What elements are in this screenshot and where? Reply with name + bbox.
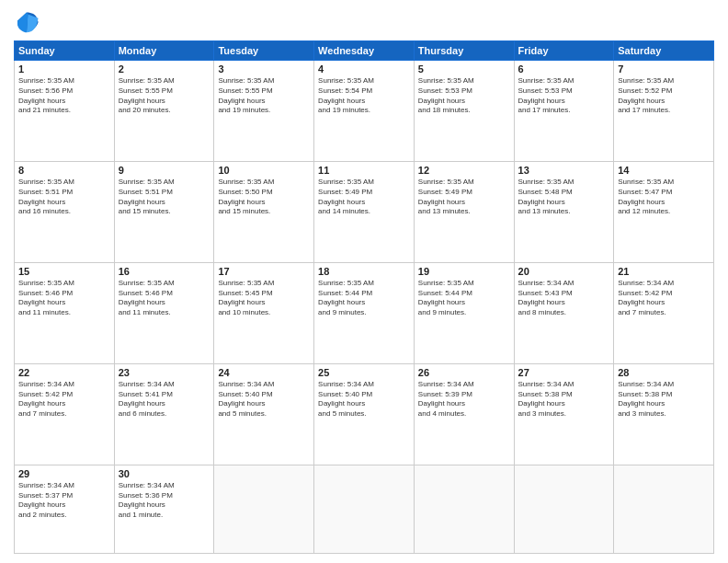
cell-content: Sunrise: 5:35 AM Sunset: 5:46 PM Dayligh… <box>18 279 110 318</box>
day-cell-3: 3 Sunrise: 5:35 AM Sunset: 5:55 PM Dayli… <box>214 61 314 162</box>
day-number: 1 <box>18 63 110 75</box>
cell-content: Sunrise: 5:35 AM Sunset: 5:44 PM Dayligh… <box>318 279 410 318</box>
cell-content: Sunrise: 5:35 AM Sunset: 5:48 PM Dayligh… <box>518 178 610 217</box>
cell-content: Sunrise: 5:35 AM Sunset: 5:54 PM Dayligh… <box>318 76 410 116</box>
day-cell-20: 20 Sunrise: 5:34 AM Sunset: 5:43 PM Dayl… <box>514 262 614 363</box>
day-cell-1: 1 Sunrise: 5:35 AM Sunset: 5:56 PM Dayli… <box>15 61 115 162</box>
day-cell-27: 27 Sunrise: 5:34 AM Sunset: 5:38 PM Dayl… <box>514 363 614 465</box>
calendar-row-1: 1 Sunrise: 5:35 AM Sunset: 5:56 PM Dayli… <box>15 61 714 162</box>
day-number: 16 <box>119 266 210 277</box>
cell-content: Sunrise: 5:34 AM Sunset: 5:36 PM Dayligh… <box>119 481 210 521</box>
day-cell-29: 29 Sunrise: 5:34 AM Sunset: 5:37 PM Dayl… <box>15 465 115 553</box>
day-cell-11: 11 Sunrise: 5:35 AM Sunset: 5:49 PM Dayl… <box>314 161 415 262</box>
cell-content: Sunrise: 5:35 AM Sunset: 5:56 PM Dayligh… <box>18 76 110 116</box>
day-number: 9 <box>119 165 210 176</box>
day-number: 6 <box>518 63 610 75</box>
day-cell-5: 5 Sunrise: 5:35 AM Sunset: 5:53 PM Dayli… <box>414 61 514 162</box>
cell-content: Sunrise: 5:34 AM Sunset: 5:37 PM Dayligh… <box>18 481 110 521</box>
cell-content: Sunrise: 5:35 AM Sunset: 5:45 PM Dayligh… <box>218 279 310 318</box>
logo-icon <box>14 9 40 35</box>
day-number: 21 <box>618 266 710 277</box>
day-cell-7: 7 Sunrise: 5:35 AM Sunset: 5:52 PM Dayli… <box>614 61 714 162</box>
day-number: 7 <box>618 63 710 75</box>
day-number: 17 <box>218 266 310 277</box>
header-sunday: Sunday <box>15 41 115 61</box>
cell-content: Sunrise: 5:35 AM Sunset: 5:51 PM Dayligh… <box>119 178 210 217</box>
day-cell-28: 28 Sunrise: 5:34 AM Sunset: 5:38 PM Dayl… <box>614 363 714 465</box>
calendar-row-3: 15 Sunrise: 5:35 AM Sunset: 5:46 PM Dayl… <box>15 262 714 363</box>
day-number: 28 <box>618 367 710 378</box>
calendar-row-4: 22 Sunrise: 5:34 AM Sunset: 5:42 PM Dayl… <box>15 363 714 465</box>
cell-content: Sunrise: 5:34 AM Sunset: 5:41 PM Dayligh… <box>119 380 210 419</box>
cell-content: Sunrise: 5:34 AM Sunset: 5:43 PM Dayligh… <box>518 279 610 318</box>
day-number: 13 <box>518 165 610 176</box>
cell-content: Sunrise: 5:34 AM Sunset: 5:42 PM Dayligh… <box>618 279 710 318</box>
empty-cell <box>614 465 714 553</box>
day-number: 5 <box>418 63 510 75</box>
cell-content: Sunrise: 5:34 AM Sunset: 5:40 PM Dayligh… <box>218 380 310 419</box>
weekday-header-row: Sunday Monday Tuesday Wednesday Thursday… <box>15 41 714 61</box>
calendar-table: Sunday Monday Tuesday Wednesday Thursday… <box>14 40 714 554</box>
cell-content: Sunrise: 5:34 AM Sunset: 5:38 PM Dayligh… <box>618 380 710 419</box>
day-number: 25 <box>318 367 410 378</box>
day-number: 29 <box>18 468 110 479</box>
day-cell-23: 23 Sunrise: 5:34 AM Sunset: 5:41 PM Dayl… <box>114 363 214 465</box>
empty-cell <box>214 465 314 553</box>
day-cell-22: 22 Sunrise: 5:34 AM Sunset: 5:42 PM Dayl… <box>15 363 115 465</box>
day-number: 18 <box>318 266 410 277</box>
day-number: 26 <box>418 367 510 378</box>
calendar-row-5: 29 Sunrise: 5:34 AM Sunset: 5:37 PM Dayl… <box>15 465 714 553</box>
cell-content: Sunrise: 5:34 AM Sunset: 5:40 PM Dayligh… <box>318 380 410 419</box>
day-cell-2: 2 Sunrise: 5:35 AM Sunset: 5:55 PM Dayli… <box>114 61 214 162</box>
cell-content: Sunrise: 5:35 AM Sunset: 5:50 PM Dayligh… <box>218 178 310 217</box>
day-cell-8: 8 Sunrise: 5:35 AM Sunset: 5:51 PM Dayli… <box>15 161 115 262</box>
header-wednesday: Wednesday <box>314 41 415 61</box>
day-number: 20 <box>518 266 610 277</box>
day-number: 14 <box>618 165 710 176</box>
cell-content: Sunrise: 5:35 AM Sunset: 5:46 PM Dayligh… <box>119 279 210 318</box>
day-cell-4: 4 Sunrise: 5:35 AM Sunset: 5:54 PM Dayli… <box>314 61 415 162</box>
header-friday: Friday <box>514 41 614 61</box>
empty-cell <box>514 465 614 553</box>
cell-content: Sunrise: 5:34 AM Sunset: 5:39 PM Dayligh… <box>418 380 510 419</box>
cell-content: Sunrise: 5:35 AM Sunset: 5:44 PM Dayligh… <box>418 279 510 318</box>
cell-content: Sunrise: 5:35 AM Sunset: 5:47 PM Dayligh… <box>618 178 710 217</box>
day-cell-15: 15 Sunrise: 5:35 AM Sunset: 5:46 PM Dayl… <box>15 262 115 363</box>
day-number: 4 <box>318 63 410 75</box>
empty-cell <box>414 465 514 553</box>
day-number: 22 <box>18 367 110 378</box>
cell-content: Sunrise: 5:35 AM Sunset: 5:55 PM Dayligh… <box>119 76 210 116</box>
day-cell-10: 10 Sunrise: 5:35 AM Sunset: 5:50 PM Dayl… <box>214 161 314 262</box>
day-number: 11 <box>318 165 410 176</box>
cell-content: Sunrise: 5:34 AM Sunset: 5:38 PM Dayligh… <box>518 380 610 419</box>
header-monday: Monday <box>114 41 214 61</box>
day-cell-13: 13 Sunrise: 5:35 AM Sunset: 5:48 PM Dayl… <box>514 161 614 262</box>
page: Sunday Monday Tuesday Wednesday Thursday… <box>0 0 728 563</box>
day-cell-6: 6 Sunrise: 5:35 AM Sunset: 5:53 PM Dayli… <box>514 61 614 162</box>
day-number: 19 <box>418 266 510 277</box>
header-tuesday: Tuesday <box>214 41 314 61</box>
day-number: 23 <box>119 367 210 378</box>
header-thursday: Thursday <box>414 41 514 61</box>
cell-content: Sunrise: 5:35 AM Sunset: 5:53 PM Dayligh… <box>518 76 610 116</box>
day-number: 10 <box>218 165 310 176</box>
cell-content: Sunrise: 5:35 AM Sunset: 5:51 PM Dayligh… <box>18 178 110 217</box>
day-number: 2 <box>119 63 210 75</box>
day-cell-9: 9 Sunrise: 5:35 AM Sunset: 5:51 PM Dayli… <box>114 161 214 262</box>
header-saturday: Saturday <box>614 41 714 61</box>
day-cell-16: 16 Sunrise: 5:35 AM Sunset: 5:46 PM Dayl… <box>114 262 214 363</box>
cell-content: Sunrise: 5:35 AM Sunset: 5:52 PM Dayligh… <box>618 76 710 116</box>
cell-content: Sunrise: 5:35 AM Sunset: 5:53 PM Dayligh… <box>418 76 510 116</box>
day-cell-26: 26 Sunrise: 5:34 AM Sunset: 5:39 PM Dayl… <box>414 363 514 465</box>
day-number: 30 <box>119 468 210 479</box>
day-number: 27 <box>518 367 610 378</box>
day-cell-12: 12 Sunrise: 5:35 AM Sunset: 5:49 PM Dayl… <box>414 161 514 262</box>
day-cell-21: 21 Sunrise: 5:34 AM Sunset: 5:42 PM Dayl… <box>614 262 714 363</box>
cell-content: Sunrise: 5:35 AM Sunset: 5:49 PM Dayligh… <box>418 178 510 217</box>
day-cell-17: 17 Sunrise: 5:35 AM Sunset: 5:45 PM Dayl… <box>214 262 314 363</box>
cell-content: Sunrise: 5:34 AM Sunset: 5:42 PM Dayligh… <box>18 380 110 419</box>
day-cell-30: 30 Sunrise: 5:34 AM Sunset: 5:36 PM Dayl… <box>114 465 214 553</box>
day-cell-18: 18 Sunrise: 5:35 AM Sunset: 5:44 PM Dayl… <box>314 262 415 363</box>
day-cell-19: 19 Sunrise: 5:35 AM Sunset: 5:44 PM Dayl… <box>414 262 514 363</box>
day-number: 12 <box>418 165 510 176</box>
